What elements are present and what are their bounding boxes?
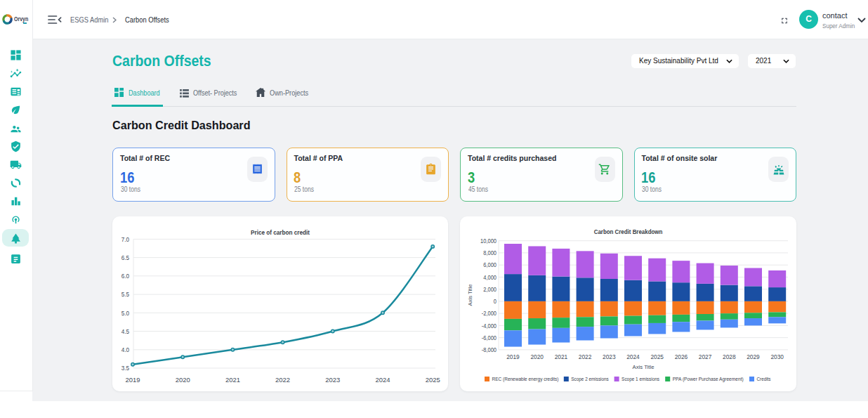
- svg-text:2020: 2020: [176, 376, 190, 384]
- svg-text:-8,000: -8,000: [482, 346, 497, 353]
- svg-text:2021: 2021: [225, 376, 240, 384]
- svg-text:Price of carbon credit: Price of carbon credit: [251, 228, 310, 236]
- svg-text:2022: 2022: [275, 376, 290, 384]
- svg-text:Scope 1 emissions: Scope 1 emissions: [622, 376, 659, 382]
- svg-text:Scope 2 emissions: Scope 2 emissions: [571, 376, 609, 382]
- svg-text:5.5: 5.5: [121, 290, 129, 298]
- svg-text:6,000: 6,000: [483, 261, 497, 268]
- svg-text:2025: 2025: [650, 353, 664, 360]
- svg-text:2030: 2030: [770, 353, 784, 360]
- svg-text:2019: 2019: [506, 353, 520, 360]
- svg-text:2022: 2022: [579, 353, 592, 360]
- svg-text:8,000: 8,000: [483, 249, 497, 256]
- svg-text:2026: 2026: [675, 353, 688, 360]
- svg-text:2025: 2025: [426, 376, 440, 384]
- svg-text:Axis Title: Axis Title: [633, 364, 655, 370]
- svg-text:2021: 2021: [555, 353, 568, 360]
- svg-text:6.0: 6.0: [121, 272, 129, 280]
- svg-text:4,000: 4,000: [483, 274, 497, 281]
- svg-text:2020: 2020: [530, 353, 544, 360]
- svg-text:REC (Renewable energy credits): REC (Renewable energy credits): [492, 376, 559, 382]
- svg-text:10,000: 10,000: [480, 237, 497, 244]
- svg-text:Axis Title: Axis Title: [467, 284, 473, 306]
- svg-text:-2,000: -2,000: [482, 310, 497, 317]
- svg-text:Carbon Credit Breakdown: Carbon Credit Breakdown: [594, 228, 663, 235]
- svg-text:5.0: 5.0: [121, 309, 129, 317]
- svg-text:PPA (Power Purchase Agreement): PPA (Power Purchase Agreement): [673, 376, 744, 382]
- svg-text:6.5: 6.5: [121, 254, 129, 261]
- svg-text:2,000: 2,000: [483, 286, 497, 293]
- svg-text:2024: 2024: [626, 353, 640, 360]
- svg-text:3.5: 3.5: [121, 364, 129, 372]
- svg-text:0: 0: [494, 298, 497, 305]
- svg-text:2027: 2027: [699, 353, 712, 360]
- svg-text:7.0: 7.0: [121, 235, 129, 243]
- svg-text:2023: 2023: [603, 353, 616, 360]
- svg-text:-4,000: -4,000: [482, 322, 497, 329]
- svg-text:-6,000: -6,000: [482, 334, 497, 341]
- svg-text:4.5: 4.5: [121, 327, 129, 335]
- svg-text:Credits: Credits: [757, 376, 771, 382]
- svg-text:2029: 2029: [747, 353, 760, 360]
- svg-text:2019: 2019: [126, 376, 140, 384]
- svg-text:2024: 2024: [376, 376, 390, 384]
- svg-text:2028: 2028: [723, 353, 736, 360]
- svg-text:4.0: 4.0: [121, 346, 129, 353]
- svg-text:2023: 2023: [325, 376, 340, 384]
